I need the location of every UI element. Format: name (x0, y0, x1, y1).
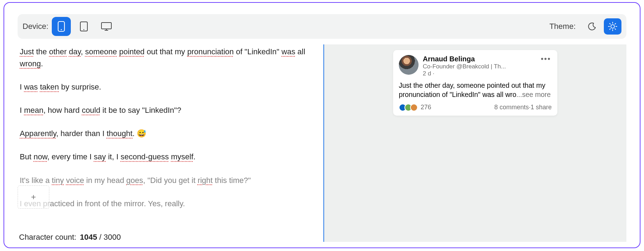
editor-line: Apparently, harder than I thought. 😅 (20, 128, 317, 140)
device-tablet-button[interactable] (74, 17, 93, 36)
theme-dark-button[interactable] (583, 18, 601, 35)
editor-line: I mean, how hard could it be to say "Lin… (20, 104, 317, 116)
editor-line: Just the other day, someone pointed out … (20, 46, 317, 70)
desktop-icon (100, 21, 112, 32)
svg-point-7 (611, 25, 614, 28)
app-frame: Device: (4, 2, 640, 248)
device-switcher (52, 17, 116, 36)
editor-line: I was taken by surprise. (20, 81, 317, 93)
device-phone-button[interactable] (52, 17, 71, 36)
author-name: Arnaud Belinga (423, 55, 540, 63)
workspace: Just the other day, someone pointed out … (18, 44, 626, 242)
preview-stats: 276 8 comments · 1 share (399, 104, 552, 111)
editor-line-below-fold: It's like a tiny voice in my head goes, … (20, 175, 317, 186)
phone-icon (57, 21, 66, 32)
add-block-button[interactable]: + (18, 185, 49, 209)
post-time: 2 d · (423, 70, 540, 77)
reaction-count: 276 (421, 104, 431, 111)
preview-column: Arnaud Belinga Co-Founder @Breakcold | T… (324, 44, 626, 242)
author-headline: Co-Founder @Breakcold | Th... (423, 63, 511, 70)
svg-line-15 (615, 24, 615, 24)
theme-switcher (583, 18, 621, 35)
svg-line-14 (610, 29, 611, 29)
shares-count[interactable]: 1 share (531, 104, 552, 111)
post-preview-card: Arnaud Belinga Co-Founder @Breakcold | T… (393, 50, 557, 116)
plus-icon: + (31, 190, 36, 203)
editor-column: Just the other day, someone pointed out … (18, 44, 324, 242)
theme-light-button[interactable] (604, 18, 621, 35)
avatar (399, 55, 419, 75)
editor-line: But now, every time I say it, I second-g… (20, 151, 317, 163)
svg-line-12 (610, 24, 611, 24)
toolbar: Device: (18, 14, 626, 39)
sun-icon (608, 22, 617, 31)
character-count: Character count: 1045 / 3000 (18, 231, 323, 242)
svg-rect-4 (101, 23, 111, 29)
reaction-icons (399, 104, 418, 111)
moon-icon (588, 22, 596, 31)
editor-line-below-fold: I even practiced in front of the mirror.… (20, 198, 317, 210)
preview-header: Arnaud Belinga Co-Founder @Breakcold | T… (399, 55, 552, 77)
post-editor[interactable]: Just the other day, someone pointed out … (18, 44, 323, 231)
preview-body: Just the other day, someone pointed out … (399, 81, 552, 99)
device-desktop-button[interactable] (97, 17, 116, 36)
see-more-link[interactable]: ...see more (516, 91, 551, 98)
reaction-support-icon (410, 104, 418, 111)
device-label: Device: (23, 22, 48, 31)
comments-count[interactable]: 8 comments (494, 104, 529, 111)
theme-label: Theme: (549, 22, 576, 31)
svg-point-3 (83, 29, 85, 30)
svg-point-1 (61, 29, 62, 30)
tablet-icon (79, 21, 88, 32)
post-menu-button[interactable]: ••• (540, 55, 552, 63)
svg-line-13 (615, 29, 615, 29)
